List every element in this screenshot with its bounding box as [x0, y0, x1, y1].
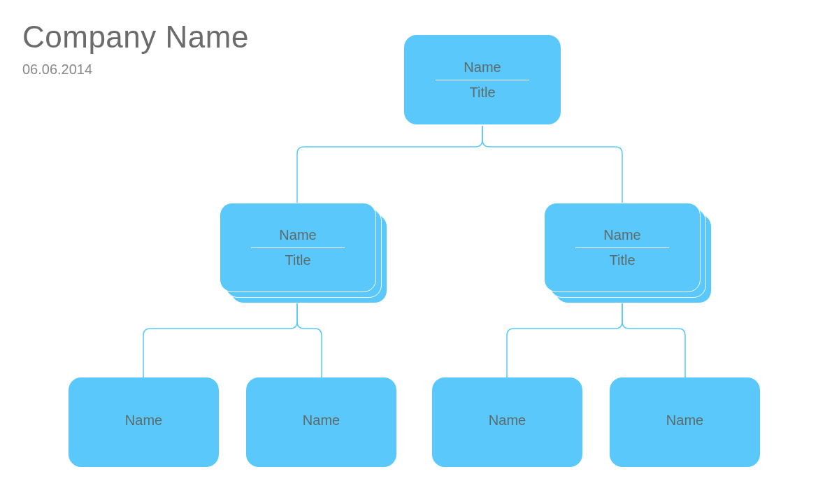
node-name: Name	[279, 227, 316, 243]
node-title: Title	[609, 252, 635, 268]
root-node: Name Title	[404, 35, 561, 124]
leaf-node-4: Name	[610, 377, 760, 467]
node-title: Title	[285, 252, 310, 268]
left-manager-node: Name Title	[220, 203, 376, 292]
right-manager-node: Name Title	[544, 203, 701, 292]
leaf-node-1: Name	[69, 377, 219, 467]
node-name: Name	[303, 412, 340, 429]
divider	[436, 80, 529, 80]
node-name: Name	[489, 412, 526, 429]
divider	[251, 247, 344, 248]
leaf-node-2: Name	[246, 377, 396, 467]
divider	[575, 247, 668, 248]
node-name: Name	[464, 59, 501, 75]
org-chart: Name Title Name Title Name Title Name Na…	[0, 0, 825, 504]
node-name: Name	[603, 227, 640, 243]
node-title: Title	[469, 85, 495, 101]
node-name: Name	[666, 412, 703, 429]
node-name: Name	[125, 412, 162, 429]
leaf-node-3: Name	[432, 377, 582, 467]
